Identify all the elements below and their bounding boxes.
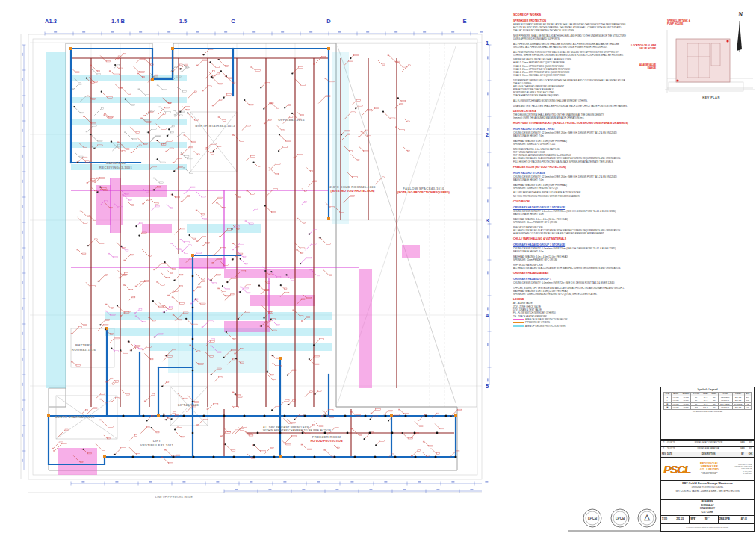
legend-row: ▣VIKINGVK530115141°CSRUPRIGHTBRASS96 [664, 406, 752, 410]
keyplan-pump-house-label: SPRINKLER TANK & PUMP HOUSE [667, 19, 690, 25]
revision-cell: 202.08.23ISSUED FOR CONSTRUCTIONMPBSD126… [661, 440, 754, 458]
revision-cell: MPB [738, 441, 747, 446]
company-cell: PSCL PROVINCIALSPRINKLERCO. LIMITEDFIRE … [661, 458, 754, 481]
room-name: SOUTH STAIRS [55, 415, 81, 419]
project-location-line: CO. CORK [661, 511, 754, 514]
room-name: LIFT [178, 403, 185, 407]
room-code: 43-1015 [291, 118, 305, 122]
note-line: DRAIN AND TEST FACILITIES SHALL BE PROVI… [513, 105, 655, 107]
pipework-issue-caption: LINE OF PIPEWORK ISSUE [155, 496, 193, 499]
company-logo: PSCL [663, 464, 690, 475]
note-line: (mm/min) OVER THE ASSUMED MAXIMUM AREA O… [513, 116, 655, 119]
room-code: 43-1001 [119, 166, 132, 169]
stamp-label: △ [643, 513, 650, 521]
revision-cell: BY [738, 452, 747, 457]
symbols-legend-title: Symbols Legend [661, 387, 754, 391]
room-note: NO VOID PROTECTION [310, 440, 342, 443]
room-code: 43-1011 [161, 443, 174, 447]
pipe-fittings [47, 47, 457, 458]
legend-row: ◐VIKINGVK1008068°CQRUPRIGHTBRASS186 [664, 399, 752, 403]
notes-section-header: CHILL / MARSHALLING & VAT MATERIALS [513, 237, 655, 241]
key-plan-building [676, 39, 730, 82]
main-pipework [49, 49, 456, 464]
revision-cell: SD [747, 447, 754, 452]
grid-column-label: D [326, 18, 330, 25]
legend-cell: UPRIGHT [718, 406, 732, 410]
revision-cell: MPB [738, 447, 747, 452]
alarm-valve-range-annotation: ALARM VALVE RANGE [596, 63, 656, 69]
title-block: Symbols Legend SYMMAKEMODELK-FACTTEMPRES… [660, 387, 755, 532]
legend-row: ●VIKINGVK1028068°CQRPENDENTBRASS214 [664, 396, 752, 399]
room-note: (NOTE: NO VOID PROTECTION) [329, 190, 375, 193]
grid-column-label: 1.5 [179, 18, 187, 25]
room-code: 43-1016 [82, 348, 96, 352]
room-label: FREEZER ROOMNO VOID PROTECTION [310, 435, 342, 443]
grid-column-label: C [231, 18, 235, 25]
checked-value: SD [705, 518, 717, 521]
revision-cell: ISSUED FOR CONSTRUCTION [679, 441, 738, 446]
north-arrow: N [737, 10, 743, 52]
date-value: JUL '23 [676, 518, 688, 521]
legend-cell: 96 [744, 406, 751, 410]
note-line: HEADS WITHIN COLD ROOM INSTALLED VIA AIR… [513, 232, 655, 235]
stamp-label: LPCB [616, 517, 625, 520]
revision-cell: DESCRIPTION [679, 452, 738, 457]
revision-cell: SD [747, 441, 754, 446]
note-line: FULL HEIGHT OF RACKING PROTECTED VIA IN-… [513, 160, 655, 163]
fields-cell: SCALE1:100 DATEJUL '23 DRAWNMPB CHK'DSD … [661, 516, 754, 524]
legend-cell: VIKING [671, 406, 681, 410]
room-label: BATTERY ROOM43-1016 [72, 343, 96, 352]
grid-column-label: E [462, 18, 466, 25]
company-subtitle-line: CONTRACTORS [690, 473, 728, 476]
legend-cell: SR [710, 406, 718, 410]
annotation-texture [52, 49, 462, 464]
room-code: 43-1008 [185, 403, 199, 407]
legend-cell: VK530 [681, 406, 691, 410]
revision-cell: 2 [661, 441, 666, 446]
drawing-sheet: N LPCBCERTIFIEDLPCBLPS 1048△SAFE-T A1.31… [0, 0, 756, 533]
survey-frame [21, 34, 482, 493]
company-name: PROVINCIALSPRINKLERCO. LIMITEDFIRE PROTE… [690, 462, 728, 476]
grid-column-label: A1.3 [45, 18, 57, 25]
legend-cell: ▣ [664, 406, 672, 410]
stamp-label: LPCB [588, 517, 598, 520]
room-label: 2-8°C COLD ROOM45-1009(NOTE: NO VOID PRO… [329, 185, 375, 193]
revision-cell: CHK [747, 452, 754, 457]
revision-row: REVDATEDESCRIPTIONBYCHK [661, 452, 754, 457]
location-cell: BEABERNSHINBALLYKINASKEGGYCO. CORK [661, 500, 754, 516]
key-plan: N [665, 0, 755, 93]
stamp-sub-label: LPS 1048 [617, 525, 625, 526]
drawing-number-value: 2864-GF-B [719, 518, 739, 521]
notes-column: SCOPE OF WORKSSPRINKLER PROTECTIONA NEW … [513, 13, 655, 328]
stamp: △SAFE-T [638, 509, 656, 527]
stamp-sub-label: SAFE-T [644, 525, 650, 526]
revision-value: AP-02 [741, 518, 753, 521]
revision-row: 202.08.23ISSUED FOR CONSTRUCTIONMPBSD [661, 440, 754, 446]
revision-row: 126.07.23ISSUED FOR APPROVALMPBSD [661, 446, 754, 452]
revision-cell: 26.07.23 [666, 447, 679, 452]
symbols-legend-table: SYMMAKEMODELK-FACTTEMPRESPTYPEFINISHQTY●… [663, 392, 752, 410]
note-line: ALL HEADS INSTALLED IN ACCORDANCE WITH M… [513, 266, 655, 269]
company-address-line: W: www.pscl.ie [728, 473, 752, 474]
grid-row-label: 4 [486, 312, 489, 319]
room-label: SOUTH STAIRS43-1012 [55, 415, 94, 420]
room-name: LIFT VESTIBULE [140, 439, 161, 447]
legend-cell: 115 [691, 406, 701, 410]
symbols-legend-cell: Symbols Legend SYMMAKEMODELK-FACTTEMPRES… [661, 387, 754, 440]
revision-cell: ISSUED FOR APPROVAL [679, 447, 738, 452]
certification-stamps: LPCBCERTIFIEDLPCBLPS 1048△SAFE-T [583, 509, 656, 527]
revision-table: 202.08.23ISSUED FOR CONSTRUCTIONMPBSD126… [661, 440, 754, 457]
grid-column-label: 1.4 B [111, 18, 125, 25]
room-code: 43-1012 [81, 415, 95, 419]
grid-row-label: 2 [486, 131, 489, 138]
revision-cell: DATE [666, 452, 679, 457]
alarm-valve-house-annotation: LOCATION OF ALARM VALVE HOUSE [596, 44, 656, 50]
notes-section-header: ORDINARY HAZARD AREAS [513, 272, 655, 275]
project-cell: EBY Cold & Frozen Storage Warehouse GROU… [661, 481, 754, 500]
room-label: LIFT VESTIBULE43-1011 [140, 439, 174, 447]
grid-row-label: 3 [486, 217, 489, 224]
revision-cell: REV [661, 452, 666, 457]
stamp: LPCBCERTIFIED [583, 509, 601, 527]
stamp: LPCBLPS 1048 [611, 509, 629, 527]
pink-inrack-zones [58, 178, 420, 475]
